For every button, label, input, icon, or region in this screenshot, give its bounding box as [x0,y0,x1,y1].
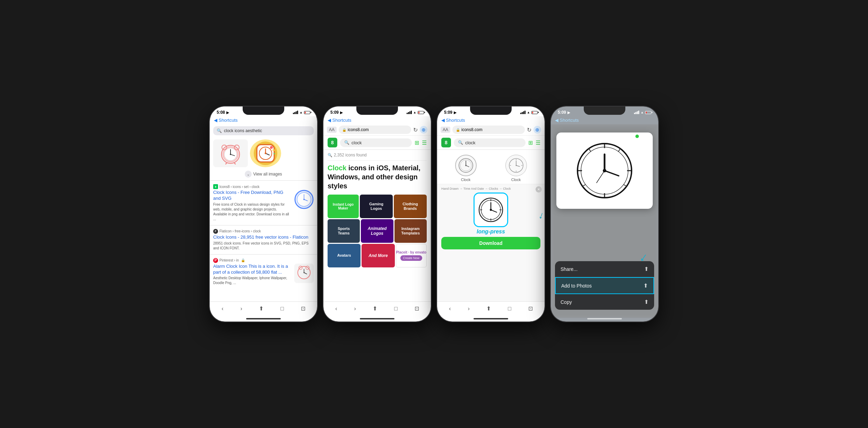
nav-share-btn-3[interactable]: ⬆ [484,304,494,313]
long-press-label: long-press [441,229,540,235]
result-2-breadcrumb: Flaticon › free-icons › clock [219,229,261,233]
url-text-2: icons8.com [348,127,369,132]
ad-tile-more[interactable]: And More [362,244,394,267]
ad-tile-avatars[interactable]: Avatars [328,244,361,267]
nav-tabs-btn-3[interactable]: ⊡ [526,304,536,313]
clock-preview-card [556,132,653,209]
icons8-nav-3: 8 🔍 clock ⊞ ☰ [437,136,545,150]
nav-back-btn-3[interactable]: ‹ [446,304,453,313]
menu-icon-2[interactable]: ☰ [422,139,427,146]
result-1-title[interactable]: Clock Icons - Free Download, PNG and SVG [213,190,292,202]
result-2[interactable]: F Flaticon › free-icons › clock Clock Ic… [210,227,317,253]
share-option-share[interactable]: Share... ⬆ [555,261,654,277]
ad-section-2: Instant Logo Maker GamingLogos ClothingB… [328,195,427,267]
clock-simple-label: Clock [461,178,471,182]
nav-forward-btn-3[interactable]: › [465,304,472,313]
download-circle-3[interactable]: ⊕ [533,126,541,134]
result-3[interactable]: P Pinterest › in 🔒 Alarm Clock Icon This… [210,256,317,288]
instagram-label: InstagramTemplates [401,226,420,236]
ad-row-2: SportsTeams AnimatedLogos InstagramTempl… [328,219,427,243]
view-all-images[interactable]: ⌄ View all images [210,169,317,179]
ad-tile-animated[interactable]: AnimatedLogos [361,219,393,243]
nav-forward-btn-1[interactable]: › [237,304,245,313]
icons8-nav-icons-3: ⊞ ☰ [528,139,540,146]
ad-tile-clothing[interactable]: ClothingBrands [394,195,427,218]
nav-back-btn-1[interactable]: ‹ [219,304,226,313]
main-heading-2: Clock icons in iOS, Material, Windows, a… [328,163,427,190]
url-input-3[interactable]: 🔒 icons8.com [452,126,525,134]
screen-2: 5:09 ▶ ▲ ◀ Shor [323,106,431,322]
nav-bookmark-btn-3[interactable]: □ [505,304,514,313]
divider-3 [210,254,317,255]
result-1[interactable]: 8 Icons8 › icons › set › clock Clock Ico… [210,182,317,224]
green-dot [635,135,639,138]
nav-tabs-btn-1[interactable]: ⊡ [298,304,308,313]
nav-back-btn-2[interactable]: ‹ [332,304,340,313]
url-input-2[interactable]: 🔒 icons8.com [339,126,411,134]
view-all-label: View all images [253,172,282,177]
sports-label: SportsTeams [338,226,350,236]
time-2: 5:09 [330,110,339,115]
nav-tabs-btn-2[interactable]: ⊡ [412,304,422,313]
icons8-search-bar-2[interactable]: 🔍 clock [340,138,412,147]
clock-icon-line[interactable]: Clock [505,155,527,182]
ad-tile-gaming[interactable]: GamingLogos [360,195,393,218]
selected-clock-frame[interactable] [474,192,508,227]
ad-tile-logo-maker[interactable]: Instant Logo Maker [328,195,359,218]
menu-icon-3[interactable]: ☰ [536,139,540,146]
nav-bookmark-btn-2[interactable]: □ [391,304,400,313]
nav-share-btn-2[interactable]: ⬆ [370,304,380,313]
nav-bar-2: ◀ Shortcuts [323,116,431,124]
result-2-title[interactable]: Clock Icons - 28,951 free vector icons -… [213,234,314,240]
create-now-button[interactable]: Create Now [400,255,423,261]
share-sheet: Share... ⬆ Add to Photos ⬆ Copy ⬆ [555,261,654,310]
result-3-title[interactable]: Alarm Clock Icon This is a icon. It is a… [213,264,292,275]
back-shortcuts-2[interactable]: ◀ Shortcuts [328,118,351,123]
url-bar-3: AA 🔒 icons8.com ↻ ⊕ [437,124,545,136]
result-3-breadcrumb: Pinterest › in 🔒 [219,258,245,262]
icons8-logo-3[interactable]: 8 [441,138,451,147]
ad-tile-placeit[interactable]: Placeit · by envato Create Now [396,244,427,267]
clock-icon-simple[interactable]: Clock [455,155,477,182]
svg-point-30 [304,272,305,273]
clothing-label: ClothingBrands [402,202,418,211]
aa-button-3[interactable]: AA [441,127,450,133]
ad-tile-sports[interactable]: SportsTeams [328,219,360,243]
aa-button-2[interactable]: AA [327,127,337,133]
filter-icon-2[interactable]: ⊞ [415,139,419,146]
nav-forward-btn-2[interactable]: › [351,304,358,313]
ad-row-1: Instant Logo Maker GamingLogos ClothingB… [328,195,427,218]
blurred-content-area: ↓ Share... ⬆ Add to Photos ⬆ Copy [551,124,658,318]
back-shortcuts-4[interactable]: ◀ Shortcuts [555,118,579,123]
icons8-nav-2: 8 🔍 clock ⊞ ☰ [323,136,431,150]
phone-2: 5:09 ▶ ▲ ◀ Shor [323,106,431,322]
download-circle-2[interactable]: ⊕ [420,126,427,134]
arrow-down-icon: ↓ [537,209,545,222]
wifi-3: ▲ [527,111,530,114]
google-search-bar[interactable]: 🔍 clock icons aesthetic [213,126,314,135]
icons8-search-bar-3[interactable]: 🔍 clock [454,138,526,147]
close-icon-3[interactable]: ✕ [536,186,542,192]
svg-point-23 [303,199,305,200]
ad-tile-instagram[interactable]: InstagramTemplates [394,219,427,243]
share-option-add-photos[interactable]: Add to Photos ⬆ [555,277,654,294]
back-shortcuts-3[interactable]: ◀ Shortcuts [441,118,465,123]
icons8-logo-2[interactable]: 8 [328,138,337,147]
bottom-nav-1: ‹ › ⬆ □ ⊡ [210,301,317,318]
chevron-down-icon: ⌄ [245,171,252,178]
signal-2 [407,111,412,114]
selected-clock-wrapper: ↓ [441,192,540,227]
nav-share-btn-1[interactable]: ⬆ [256,304,266,313]
nav-bookmark-btn-1[interactable]: □ [278,304,287,313]
clock-line-frame [505,155,527,176]
refresh-icon-3[interactable]: ↻ [527,127,531,133]
refresh-icon-2[interactable]: ↻ [413,127,418,133]
share-upload-icon-2: ⬆ [643,282,648,289]
download-button-3[interactable]: Download [441,237,540,249]
breadcrumb-3: Hand Drawn → Time And Date → Clocks → Cl… [441,187,540,190]
svg-point-66 [603,169,606,172]
home-indicator-4 [587,318,622,319]
filter-icon-3[interactable]: ⊞ [528,139,533,146]
back-shortcuts-1[interactable]: ◀ Shortcuts [214,118,238,123]
share-option-copy[interactable]: Copy ⬆ [555,294,654,310]
